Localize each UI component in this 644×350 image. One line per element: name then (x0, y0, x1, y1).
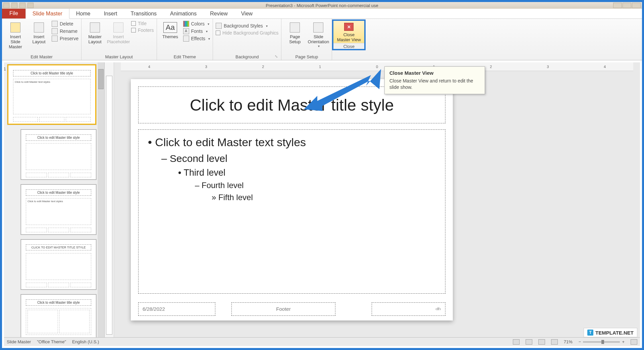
insert-layout-button[interactable]: Insert Layout (28, 20, 50, 44)
app-icon[interactable] (3, 3, 9, 8)
thumb-body (26, 143, 91, 170)
template-watermark-text: TEMPLATE.NET (595, 330, 634, 336)
themes-button[interactable]: Aa Themes (160, 20, 181, 39)
thumb-title: Click to edit Master title style (26, 299, 91, 306)
hide-background-label: Hide Background Graphics (222, 30, 278, 36)
group-close: ✕ Close Master View Close (332, 19, 366, 60)
delete-icon (52, 21, 58, 27)
redo-icon[interactable] (28, 3, 34, 8)
slide-orientation-button[interactable]: Slide Orientation (308, 20, 329, 48)
colors-icon (183, 21, 189, 27)
close-master-view-label: Close Master View (337, 32, 361, 42)
ribbon-tabs: File Slide Master Home Insert Transition… (2, 9, 642, 19)
thumb-body (26, 308, 91, 335)
window-titlebar: Presentation3 - Microsoft PowerPoint non… (2, 2, 642, 9)
tab-file[interactable]: File (2, 8, 25, 18)
minimize-button[interactable] (613, 3, 622, 8)
effects-label: Effects (191, 36, 206, 41)
effects-button[interactable]: Effects (183, 36, 210, 42)
tooltip-body: Close Master View and return to edit the… (389, 78, 480, 91)
rename-label: Rename (60, 28, 77, 34)
tooltip-title: Close Master View (389, 70, 480, 76)
fonts-button[interactable]: AFonts (183, 28, 210, 34)
group-edit-theme-label: Edit Theme (160, 54, 210, 59)
tab-transitions[interactable]: Transitions (124, 9, 163, 18)
tab-slide-master[interactable]: Slide Master (25, 8, 69, 19)
group-master-layout: Master Layout Insert Placeholder Title F… (82, 19, 157, 60)
master-layout-button[interactable]: Master Layout (84, 20, 106, 44)
save-icon[interactable] (11, 3, 17, 8)
background-styles-icon (216, 23, 222, 29)
themes-icon: Aa (164, 21, 176, 34)
master-thumbnail[interactable]: 1 Click to edit Master title style Click… (7, 64, 96, 125)
layout-thumbnail[interactable]: Click to edit Master title style Click t… (21, 184, 96, 235)
close-icon: ✕ (344, 23, 354, 31)
normal-view-button[interactable] (513, 339, 520, 345)
status-bar: Slide Master "Office Theme" English (U.S… (4, 337, 640, 346)
thumbnail-scrollbar[interactable] (98, 62, 104, 338)
hide-background-checkbox[interactable]: Hide Background Graphics (216, 30, 278, 36)
checkbox-icon (131, 21, 136, 26)
thumbnail-number: 1 (4, 67, 6, 71)
colors-label: Colors (191, 21, 205, 26)
fonts-icon: A (183, 28, 189, 34)
tab-home[interactable]: Home (69, 9, 97, 18)
slide-editing-area: 4 3 2 1 0 1 2 3 4 Click to edit Master t… (114, 62, 640, 338)
zoom-out-icon[interactable]: − (579, 339, 581, 344)
slide-number-placeholder[interactable]: ‹#› (372, 302, 445, 316)
zoom-in-icon[interactable]: + (622, 339, 625, 344)
reading-view-button[interactable] (538, 339, 545, 345)
body-level-1: Click to edit Master text styles (148, 136, 436, 149)
close-window-button[interactable] (632, 3, 641, 8)
undo-icon[interactable] (19, 3, 25, 8)
tab-review[interactable]: Review (203, 9, 234, 18)
master-layout-label: Master Layout (88, 34, 102, 44)
body-placeholder[interactable]: Click to edit Master text styles Second … (138, 129, 445, 294)
thumb-title: CLICK TO EDIT MASTER TITLE STYLE (26, 244, 91, 250)
group-page-setup: Page Setup Slide Orientation Page Setup (281, 19, 332, 60)
group-edit-master: Insert Slide Master Insert Layout Delete… (2, 19, 82, 60)
close-master-view-button[interactable]: ✕ Close Master View (333, 21, 364, 43)
background-dialog-launcher[interactable]: ⤡ (275, 54, 278, 59)
preserve-button[interactable]: Preserve (52, 36, 78, 42)
date-placeholder[interactable]: 6/28/2022 (138, 302, 215, 316)
group-background-label: Background (235, 54, 259, 59)
insert-placeholder-button[interactable]: Insert Placeholder (108, 20, 129, 44)
page-setup-button[interactable]: Page Setup (284, 20, 306, 44)
footer-placeholder[interactable]: Footer (231, 302, 335, 316)
slide-orientation-label: Slide Orientation (308, 34, 329, 44)
layout-thumbnail[interactable]: Click to edit Master title style (21, 129, 96, 180)
thumb-title: Click to edit Master title style (26, 134, 91, 141)
ribbon: Insert Slide Master Insert Layout Delete… (2, 19, 642, 60)
background-styles-label: Background Styles (224, 23, 263, 28)
tab-animations[interactable]: Animations (163, 9, 203, 18)
layout-thumbnail[interactable]: Click to edit Master title style (21, 294, 96, 338)
zoom-slider[interactable]: − + (579, 339, 625, 344)
group-edit-theme: Aa Themes Colors AFonts Effects Edit The… (157, 19, 213, 60)
delete-button[interactable]: Delete (52, 21, 78, 27)
footers-checkbox[interactable]: Footers (131, 27, 154, 33)
rename-button[interactable]: Rename (52, 28, 78, 34)
insert-layout-label: Insert Layout (32, 34, 45, 44)
layout-thumbnail[interactable]: CLICK TO EDIT MASTER TITLE STYLE (21, 239, 96, 290)
quick-access-toolbar (3, 3, 34, 8)
background-styles-button[interactable]: Background Styles (216, 23, 278, 29)
maximize-button[interactable] (623, 3, 631, 8)
master-layout-icon (89, 21, 101, 34)
vertical-ruler (105, 62, 114, 338)
colors-button[interactable]: Colors (183, 21, 210, 27)
tab-view[interactable]: View (234, 9, 259, 18)
page-setup-label: Page Setup (289, 34, 301, 44)
insert-slide-master-label: Insert Slide Master (5, 34, 26, 49)
insert-slide-master-button[interactable]: Insert Slide Master (5, 20, 26, 49)
workspace: 1 Click to edit Master title style Click… (4, 62, 640, 338)
title-checkbox[interactable]: Title (131, 21, 154, 26)
sorter-view-button[interactable] (526, 339, 532, 345)
fit-to-window-button[interactable] (631, 339, 637, 345)
effects-icon (183, 36, 189, 42)
slideshow-view-button[interactable] (551, 339, 558, 345)
slide-thumbnail-panel: 1 Click to edit Master title style Click… (4, 62, 105, 338)
slide-canvas[interactable]: Click to edit Master title style Click t… (131, 79, 453, 320)
tab-insert[interactable]: Insert (97, 9, 124, 18)
group-close-label: Close (333, 43, 364, 49)
